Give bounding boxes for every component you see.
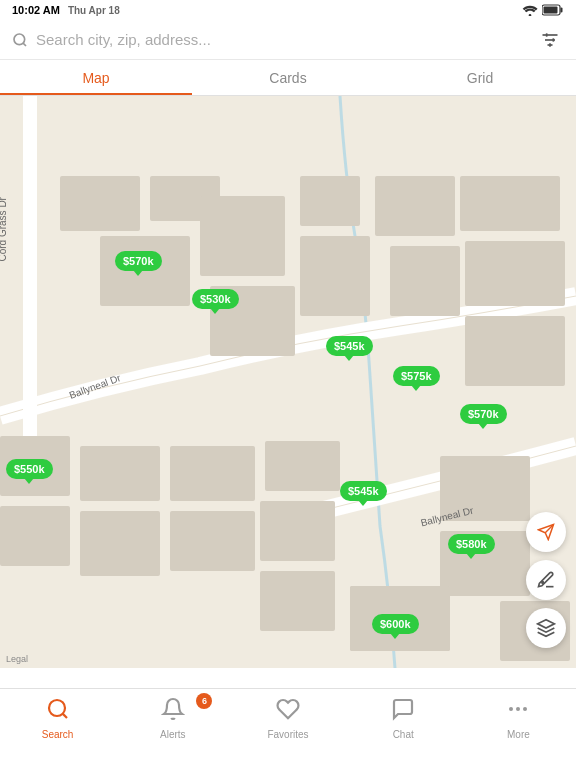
pin-545k-2[interactable]: $545k <box>340 481 387 501</box>
layers-icon <box>536 618 556 638</box>
more-nav-label: More <box>507 729 530 740</box>
pin-575k[interactable]: $575k <box>393 366 440 386</box>
tab-grid[interactable]: Grid <box>384 60 576 95</box>
filter-button[interactable] <box>536 26 564 54</box>
favorites-nav-label: Favorites <box>267 729 308 740</box>
svg-rect-28 <box>80 511 160 576</box>
pin-570k-2[interactable]: $570k <box>460 404 507 424</box>
alerts-badge: 6 <box>196 693 212 709</box>
svg-rect-32 <box>260 501 335 561</box>
search-nav-icon <box>46 697 70 727</box>
svg-rect-26 <box>0 506 70 566</box>
bottom-nav: Search 6 Alerts Favorites Chat <box>0 688 576 768</box>
svg-rect-30 <box>170 511 255 571</box>
nav-search[interactable]: Search <box>0 697 115 740</box>
svg-rect-18 <box>300 176 360 226</box>
status-icons <box>522 4 564 16</box>
svg-marker-42 <box>538 620 555 628</box>
svg-rect-24 <box>465 316 565 386</box>
search-nav-label: Search <box>42 729 74 740</box>
draw-button[interactable] <box>526 560 566 600</box>
wifi-icon <box>522 4 538 16</box>
legal-text: Legal <box>6 654 28 664</box>
more-nav-icon <box>506 697 530 727</box>
svg-rect-13 <box>60 176 140 231</box>
filter-icon <box>540 30 560 50</box>
search-input-container[interactable]: Search city, zip, address... <box>12 31 536 48</box>
svg-rect-2 <box>561 8 563 13</box>
pin-545k-1[interactable]: $545k <box>326 336 373 356</box>
nav-alerts[interactable]: 6 Alerts <box>115 697 230 740</box>
svg-rect-33 <box>260 571 335 631</box>
chat-nav-icon <box>391 697 415 727</box>
svg-rect-22 <box>460 176 560 231</box>
favorites-nav-icon <box>276 697 300 727</box>
status-time: 10:02 AM <box>12 4 60 16</box>
svg-rect-15 <box>100 236 190 306</box>
svg-rect-27 <box>80 446 160 501</box>
tab-cards[interactable]: Cards <box>192 60 384 95</box>
status-bar: 10:02 AM Thu Apr 18 <box>0 0 576 20</box>
svg-rect-29 <box>170 446 255 501</box>
svg-line-44 <box>62 714 66 718</box>
pin-570k-1[interactable]: $570k <box>115 251 162 271</box>
svg-rect-3 <box>544 7 558 14</box>
draw-icon <box>536 570 556 590</box>
svg-rect-23 <box>465 241 565 306</box>
svg-point-4 <box>14 34 25 45</box>
layers-button[interactable] <box>526 608 566 648</box>
svg-point-41 <box>542 582 544 584</box>
nav-chat[interactable]: Chat <box>346 697 461 740</box>
svg-rect-20 <box>375 176 455 236</box>
street-label-cord: Cord Grass Dr <box>0 197 8 261</box>
pin-530k[interactable]: $530k <box>192 289 239 309</box>
location-icon <box>537 523 555 541</box>
svg-rect-19 <box>300 236 370 316</box>
map-container[interactable]: Ballyneal Dr Ballyneal Dr Cord Grass Dr … <box>0 96 576 668</box>
search-placeholder: Search city, zip, address... <box>36 31 211 48</box>
map-background <box>0 96 576 668</box>
battery-icon <box>542 4 564 16</box>
svg-rect-16 <box>200 196 285 276</box>
chat-nav-label: Chat <box>393 729 414 740</box>
svg-point-45 <box>509 707 513 711</box>
alerts-nav-label: Alerts <box>160 729 186 740</box>
tabs: Map Cards Grid <box>0 60 576 96</box>
pin-550k[interactable]: $550k <box>6 459 53 479</box>
map-controls <box>526 512 566 648</box>
status-date: Thu Apr 18 <box>68 5 120 16</box>
search-bar: Search city, zip, address... <box>0 20 576 60</box>
svg-point-47 <box>523 707 527 711</box>
pin-600k[interactable]: $600k <box>372 614 419 634</box>
nav-favorites[interactable]: Favorites <box>230 697 345 740</box>
alerts-nav-icon <box>161 697 185 727</box>
svg-point-0 <box>529 14 532 16</box>
svg-point-46 <box>516 707 520 711</box>
nav-more[interactable]: More <box>461 697 576 740</box>
svg-rect-21 <box>390 246 460 316</box>
svg-rect-31 <box>265 441 340 491</box>
tab-map[interactable]: Map <box>0 60 192 95</box>
svg-line-5 <box>23 43 26 46</box>
location-button[interactable] <box>526 512 566 552</box>
pin-580k[interactable]: $580k <box>448 534 495 554</box>
svg-point-43 <box>49 700 65 716</box>
search-icon <box>12 32 28 48</box>
